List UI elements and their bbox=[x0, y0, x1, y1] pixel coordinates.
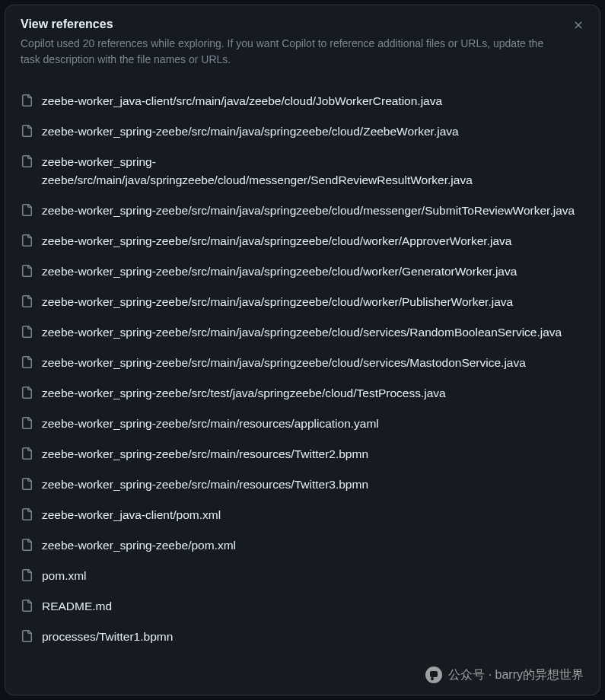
dialog-subtitle: Copilot used 20 references while explori… bbox=[21, 36, 584, 68]
file-item[interactable]: zeebe-worker_spring-zeebe/src/main/resou… bbox=[21, 439, 584, 469]
file-icon bbox=[21, 539, 33, 551]
file-icon bbox=[21, 125, 33, 137]
file-path: pom.xml bbox=[42, 567, 87, 585]
file-item[interactable]: zeebe-worker_spring-zeebe/src/main/java/… bbox=[21, 287, 584, 317]
file-path: zeebe-worker_spring-zeebe/src/main/java/… bbox=[42, 293, 513, 311]
references-dialog: View references Copilot used 20 referenc… bbox=[5, 5, 600, 695]
file-icon bbox=[21, 508, 33, 520]
file-item[interactable]: zeebe-worker_spring-zeebe/src/main/java/… bbox=[21, 256, 584, 287]
file-path: zeebe-worker_java-client/pom.xml bbox=[42, 506, 221, 524]
file-path: zeebe-worker_spring-zeebe/src/main/resou… bbox=[42, 415, 379, 433]
dialog-title: View references bbox=[21, 18, 584, 31]
file-path: zeebe-worker_spring-zeebe/pom.xml bbox=[42, 536, 236, 555]
file-icon bbox=[21, 265, 33, 277]
file-item[interactable]: zeebe-worker_spring-zeebe/src/main/java/… bbox=[21, 116, 584, 147]
file-icon bbox=[21, 295, 33, 307]
file-icon bbox=[21, 447, 33, 460]
file-icon bbox=[21, 155, 33, 167]
file-path: zeebe-worker_spring-zeebe/src/main/resou… bbox=[42, 476, 368, 494]
file-item[interactable]: zeebe-worker_java-client/pom.xml bbox=[21, 500, 584, 530]
close-icon bbox=[572, 19, 584, 34]
file-icon bbox=[21, 630, 33, 642]
file-path: zeebe-worker_spring-zeebe/src/main/java/… bbox=[42, 323, 562, 342]
file-icon bbox=[21, 387, 33, 399]
file-path: zeebe-worker_spring-zeebe/src/main/java/… bbox=[42, 262, 517, 281]
file-list[interactable]: zeebe-worker_java-client/src/main/java/z… bbox=[5, 77, 600, 695]
dialog-header: View references Copilot used 20 referenc… bbox=[5, 5, 600, 77]
file-icon bbox=[21, 326, 33, 338]
file-path: zeebe-worker_spring-zeebe/src/main/java/… bbox=[42, 153, 584, 189]
file-item[interactable]: processes/Twitter1.bpmn bbox=[21, 622, 584, 652]
file-item[interactable]: zeebe-worker_spring-zeebe/src/main/java/… bbox=[21, 147, 584, 196]
file-icon bbox=[21, 356, 33, 368]
file-icon bbox=[21, 569, 33, 581]
close-button[interactable] bbox=[569, 18, 587, 36]
file-icon bbox=[21, 478, 33, 490]
file-path: zeebe-worker_spring-zeebe/src/main/java/… bbox=[42, 354, 526, 372]
file-item[interactable]: zeebe-worker_spring-zeebe/src/main/java/… bbox=[21, 196, 584, 226]
file-icon bbox=[21, 417, 33, 429]
file-item[interactable]: zeebe-worker_spring-zeebe/src/main/java/… bbox=[21, 348, 584, 378]
file-item[interactable]: README.md bbox=[21, 591, 584, 622]
file-item[interactable]: zeebe-worker_spring-zeebe/src/main/java/… bbox=[21, 226, 584, 256]
file-item[interactable]: zeebe-worker_spring-zeebe/pom.xml bbox=[21, 530, 584, 561]
file-item[interactable]: zeebe-worker_spring-zeebe/src/main/resou… bbox=[21, 409, 584, 439]
file-icon bbox=[21, 234, 33, 247]
file-item[interactable]: zeebe-worker_spring-zeebe/src/main/resou… bbox=[21, 469, 584, 500]
file-icon bbox=[21, 600, 33, 612]
file-path: zeebe-worker_spring-zeebe/src/main/resou… bbox=[42, 445, 368, 463]
file-path: README.md bbox=[42, 597, 112, 616]
file-item[interactable]: pom.xml bbox=[21, 561, 584, 591]
file-item[interactable]: zeebe-worker_java-client/src/main/java/z… bbox=[21, 86, 584, 116]
file-path: zeebe-worker_spring-zeebe/src/test/java/… bbox=[42, 384, 446, 402]
file-path: zeebe-worker_spring-zeebe/src/main/java/… bbox=[42, 202, 575, 220]
file-icon bbox=[21, 204, 33, 216]
file-path: zeebe-worker_spring-zeebe/src/main/java/… bbox=[42, 232, 511, 250]
file-path: zeebe-worker_java-client/src/main/java/z… bbox=[42, 92, 442, 110]
file-icon bbox=[21, 94, 33, 107]
file-item[interactable]: zeebe-worker_spring-zeebe/src/test/java/… bbox=[21, 378, 584, 409]
file-item[interactable]: zeebe-worker_spring-zeebe/src/main/java/… bbox=[21, 317, 584, 348]
file-path: zeebe-worker_spring-zeebe/src/main/java/… bbox=[42, 123, 459, 141]
file-path: processes/Twitter1.bpmn bbox=[42, 628, 173, 646]
